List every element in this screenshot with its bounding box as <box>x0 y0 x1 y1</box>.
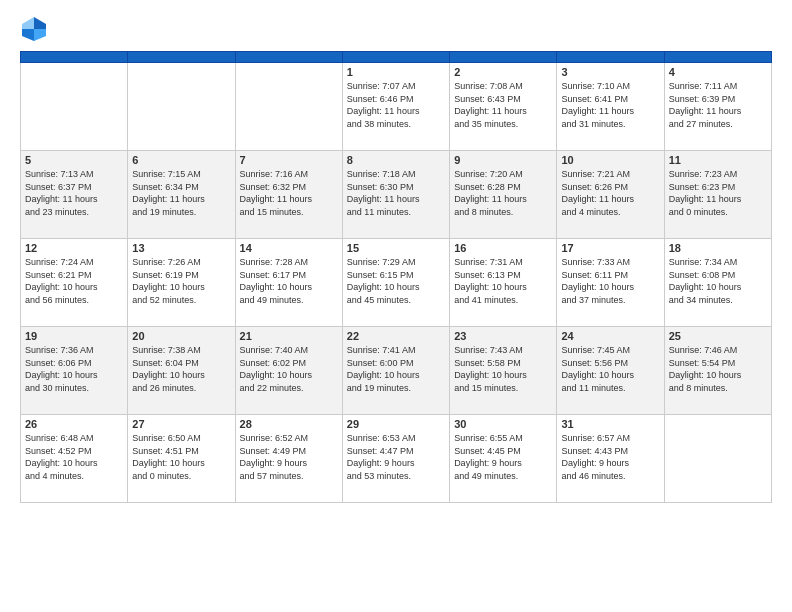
calendar-cell: 23Sunrise: 7:43 AM Sunset: 5:58 PM Dayli… <box>450 327 557 415</box>
day-number: 6 <box>132 154 230 166</box>
calendar-cell: 30Sunrise: 6:55 AM Sunset: 4:45 PM Dayli… <box>450 415 557 503</box>
weekday-row <box>21 52 772 63</box>
day-info: Sunrise: 6:52 AM Sunset: 4:49 PM Dayligh… <box>240 432 338 482</box>
day-info: Sunrise: 7:11 AM Sunset: 6:39 PM Dayligh… <box>669 80 767 130</box>
day-number: 20 <box>132 330 230 342</box>
day-number: 19 <box>25 330 123 342</box>
day-number: 30 <box>454 418 552 430</box>
day-number: 29 <box>347 418 445 430</box>
day-info: Sunrise: 7:23 AM Sunset: 6:23 PM Dayligh… <box>669 168 767 218</box>
calendar-cell <box>664 415 771 503</box>
svg-marker-4 <box>22 29 34 41</box>
day-info: Sunrise: 7:33 AM Sunset: 6:11 PM Dayligh… <box>561 256 659 306</box>
calendar-cell: 29Sunrise: 6:53 AM Sunset: 4:47 PM Dayli… <box>342 415 449 503</box>
calendar-cell: 3Sunrise: 7:10 AM Sunset: 6:41 PM Daylig… <box>557 63 664 151</box>
calendar-cell: 15Sunrise: 7:29 AM Sunset: 6:15 PM Dayli… <box>342 239 449 327</box>
calendar-cell: 6Sunrise: 7:15 AM Sunset: 6:34 PM Daylig… <box>128 151 235 239</box>
header-thursday <box>450 52 557 63</box>
header-tuesday <box>235 52 342 63</box>
logo <box>20 15 51 43</box>
day-number: 1 <box>347 66 445 78</box>
day-number: 28 <box>240 418 338 430</box>
calendar-cell: 21Sunrise: 7:40 AM Sunset: 6:02 PM Dayli… <box>235 327 342 415</box>
calendar-cell: 2Sunrise: 7:08 AM Sunset: 6:43 PM Daylig… <box>450 63 557 151</box>
day-info: Sunrise: 7:21 AM Sunset: 6:26 PM Dayligh… <box>561 168 659 218</box>
day-info: Sunrise: 7:31 AM Sunset: 6:13 PM Dayligh… <box>454 256 552 306</box>
day-number: 10 <box>561 154 659 166</box>
calendar-cell: 8Sunrise: 7:18 AM Sunset: 6:30 PM Daylig… <box>342 151 449 239</box>
calendar-cell: 27Sunrise: 6:50 AM Sunset: 4:51 PM Dayli… <box>128 415 235 503</box>
day-info: Sunrise: 7:29 AM Sunset: 6:15 PM Dayligh… <box>347 256 445 306</box>
day-number: 11 <box>669 154 767 166</box>
day-info: Sunrise: 7:15 AM Sunset: 6:34 PM Dayligh… <box>132 168 230 218</box>
page: 1Sunrise: 7:07 AM Sunset: 6:46 PM Daylig… <box>0 0 792 612</box>
calendar-cell: 16Sunrise: 7:31 AM Sunset: 6:13 PM Dayli… <box>450 239 557 327</box>
day-number: 27 <box>132 418 230 430</box>
day-number: 26 <box>25 418 123 430</box>
day-info: Sunrise: 7:46 AM Sunset: 5:54 PM Dayligh… <box>669 344 767 394</box>
day-number: 5 <box>25 154 123 166</box>
calendar-cell: 22Sunrise: 7:41 AM Sunset: 6:00 PM Dayli… <box>342 327 449 415</box>
header-saturday <box>664 52 771 63</box>
day-number: 2 <box>454 66 552 78</box>
day-info: Sunrise: 7:08 AM Sunset: 6:43 PM Dayligh… <box>454 80 552 130</box>
calendar-cell: 10Sunrise: 7:21 AM Sunset: 6:26 PM Dayli… <box>557 151 664 239</box>
calendar-cell: 13Sunrise: 7:26 AM Sunset: 6:19 PM Dayli… <box>128 239 235 327</box>
day-number: 15 <box>347 242 445 254</box>
day-number: 9 <box>454 154 552 166</box>
day-info: Sunrise: 6:48 AM Sunset: 4:52 PM Dayligh… <box>25 432 123 482</box>
header <box>20 15 772 43</box>
day-info: Sunrise: 7:26 AM Sunset: 6:19 PM Dayligh… <box>132 256 230 306</box>
calendar-cell: 28Sunrise: 6:52 AM Sunset: 4:49 PM Dayli… <box>235 415 342 503</box>
calendar-cell: 20Sunrise: 7:38 AM Sunset: 6:04 PM Dayli… <box>128 327 235 415</box>
day-info: Sunrise: 7:36 AM Sunset: 6:06 PM Dayligh… <box>25 344 123 394</box>
logo-icon <box>20 15 48 43</box>
day-info: Sunrise: 7:34 AM Sunset: 6:08 PM Dayligh… <box>669 256 767 306</box>
calendar-cell: 14Sunrise: 7:28 AM Sunset: 6:17 PM Dayli… <box>235 239 342 327</box>
day-number: 23 <box>454 330 552 342</box>
day-info: Sunrise: 7:20 AM Sunset: 6:28 PM Dayligh… <box>454 168 552 218</box>
calendar-cell: 7Sunrise: 7:16 AM Sunset: 6:32 PM Daylig… <box>235 151 342 239</box>
day-info: Sunrise: 7:28 AM Sunset: 6:17 PM Dayligh… <box>240 256 338 306</box>
calendar-cell: 26Sunrise: 6:48 AM Sunset: 4:52 PM Dayli… <box>21 415 128 503</box>
calendar-cell <box>21 63 128 151</box>
calendar-cell: 31Sunrise: 6:57 AM Sunset: 4:43 PM Dayli… <box>557 415 664 503</box>
calendar-cell: 9Sunrise: 7:20 AM Sunset: 6:28 PM Daylig… <box>450 151 557 239</box>
day-info: Sunrise: 7:40 AM Sunset: 6:02 PM Dayligh… <box>240 344 338 394</box>
calendar-cell: 11Sunrise: 7:23 AM Sunset: 6:23 PM Dayli… <box>664 151 771 239</box>
calendar-cell: 24Sunrise: 7:45 AM Sunset: 5:56 PM Dayli… <box>557 327 664 415</box>
day-info: Sunrise: 7:07 AM Sunset: 6:46 PM Dayligh… <box>347 80 445 130</box>
day-info: Sunrise: 7:38 AM Sunset: 6:04 PM Dayligh… <box>132 344 230 394</box>
day-number: 13 <box>132 242 230 254</box>
calendar-row: 1Sunrise: 7:07 AM Sunset: 6:46 PM Daylig… <box>21 63 772 151</box>
day-info: Sunrise: 7:24 AM Sunset: 6:21 PM Dayligh… <box>25 256 123 306</box>
day-info: Sunrise: 6:50 AM Sunset: 4:51 PM Dayligh… <box>132 432 230 482</box>
day-number: 8 <box>347 154 445 166</box>
day-number: 18 <box>669 242 767 254</box>
svg-marker-3 <box>22 17 34 29</box>
calendar-cell: 5Sunrise: 7:13 AM Sunset: 6:37 PM Daylig… <box>21 151 128 239</box>
calendar-body: 1Sunrise: 7:07 AM Sunset: 6:46 PM Daylig… <box>21 63 772 503</box>
calendar-table: 1Sunrise: 7:07 AM Sunset: 6:46 PM Daylig… <box>20 51 772 503</box>
header-wednesday <box>342 52 449 63</box>
day-number: 12 <box>25 242 123 254</box>
day-number: 17 <box>561 242 659 254</box>
calendar-cell <box>128 63 235 151</box>
calendar-cell <box>235 63 342 151</box>
day-info: Sunrise: 7:10 AM Sunset: 6:41 PM Dayligh… <box>561 80 659 130</box>
day-info: Sunrise: 7:41 AM Sunset: 6:00 PM Dayligh… <box>347 344 445 394</box>
day-number: 31 <box>561 418 659 430</box>
day-number: 21 <box>240 330 338 342</box>
day-info: Sunrise: 7:18 AM Sunset: 6:30 PM Dayligh… <box>347 168 445 218</box>
calendar-cell: 18Sunrise: 7:34 AM Sunset: 6:08 PM Dayli… <box>664 239 771 327</box>
svg-marker-1 <box>34 17 46 29</box>
header-monday <box>128 52 235 63</box>
day-info: Sunrise: 6:55 AM Sunset: 4:45 PM Dayligh… <box>454 432 552 482</box>
day-number: 3 <box>561 66 659 78</box>
calendar-header <box>21 52 772 63</box>
day-info: Sunrise: 7:13 AM Sunset: 6:37 PM Dayligh… <box>25 168 123 218</box>
calendar-cell: 12Sunrise: 7:24 AM Sunset: 6:21 PM Dayli… <box>21 239 128 327</box>
day-number: 25 <box>669 330 767 342</box>
calendar-row: 19Sunrise: 7:36 AM Sunset: 6:06 PM Dayli… <box>21 327 772 415</box>
calendar-cell: 25Sunrise: 7:46 AM Sunset: 5:54 PM Dayli… <box>664 327 771 415</box>
